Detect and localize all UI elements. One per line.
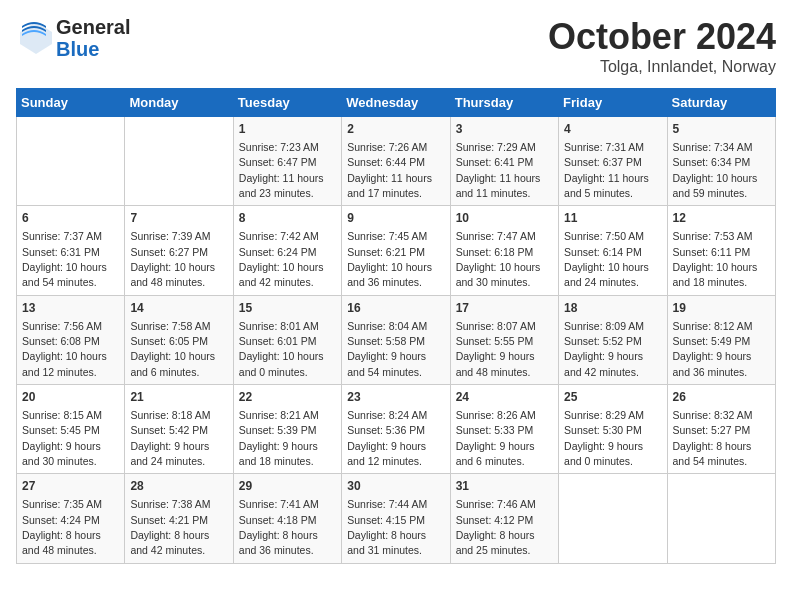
sunrise: Sunrise: 7:46 AM [456, 498, 536, 510]
day-number: 30 [347, 478, 444, 495]
sunrise: Sunrise: 7:26 AM [347, 141, 427, 153]
day-number: 19 [673, 300, 770, 317]
page-header: General Blue October 2024 Tolga, Innland… [16, 16, 776, 76]
daylight: Daylight: 8 hours and 36 minutes. [239, 529, 318, 556]
sunset: Sunset: 6:14 PM [564, 246, 642, 258]
week-row-5: 27 Sunrise: 7:35 AM Sunset: 4:24 PM Dayl… [17, 474, 776, 563]
daylight: Daylight: 9 hours and 42 minutes. [564, 350, 643, 377]
sunset: Sunset: 6:34 PM [673, 156, 751, 168]
sunrise: Sunrise: 7:47 AM [456, 230, 536, 242]
daylight: Daylight: 9 hours and 12 minutes. [347, 440, 426, 467]
sunset: Sunset: 4:12 PM [456, 514, 534, 526]
sunrise: Sunrise: 8:24 AM [347, 409, 427, 421]
header-cell-wednesday: Wednesday [342, 89, 450, 117]
sunrise: Sunrise: 7:39 AM [130, 230, 210, 242]
day-cell: 7 Sunrise: 7:39 AM Sunset: 6:27 PM Dayli… [125, 206, 233, 295]
sunrise: Sunrise: 7:44 AM [347, 498, 427, 510]
sunrise: Sunrise: 7:53 AM [673, 230, 753, 242]
day-number: 4 [564, 121, 661, 138]
sunset: Sunset: 6:41 PM [456, 156, 534, 168]
day-number: 24 [456, 389, 553, 406]
day-cell: 17 Sunrise: 8:07 AM Sunset: 5:55 PM Dayl… [450, 295, 558, 384]
sunrise: Sunrise: 8:18 AM [130, 409, 210, 421]
day-cell: 24 Sunrise: 8:26 AM Sunset: 5:33 PM Dayl… [450, 385, 558, 474]
day-number: 10 [456, 210, 553, 227]
sunset: Sunset: 5:45 PM [22, 424, 100, 436]
sunrise: Sunrise: 8:07 AM [456, 320, 536, 332]
sunrise: Sunrise: 7:34 AM [673, 141, 753, 153]
day-cell: 31 Sunrise: 7:46 AM Sunset: 4:12 PM Dayl… [450, 474, 558, 563]
day-number: 29 [239, 478, 336, 495]
day-cell: 19 Sunrise: 8:12 AM Sunset: 5:49 PM Dayl… [667, 295, 775, 384]
sunset: Sunset: 6:05 PM [130, 335, 208, 347]
sunset: Sunset: 6:31 PM [22, 246, 100, 258]
day-number: 20 [22, 389, 119, 406]
day-cell: 27 Sunrise: 7:35 AM Sunset: 4:24 PM Dayl… [17, 474, 125, 563]
sunset: Sunset: 6:18 PM [456, 246, 534, 258]
sunrise: Sunrise: 8:32 AM [673, 409, 753, 421]
daylight: Daylight: 11 hours and 23 minutes. [239, 172, 324, 199]
header-cell-saturday: Saturday [667, 89, 775, 117]
day-cell: 9 Sunrise: 7:45 AM Sunset: 6:21 PM Dayli… [342, 206, 450, 295]
sunset: Sunset: 5:58 PM [347, 335, 425, 347]
calendar-subtitle: Tolga, Innlandet, Norway [548, 58, 776, 76]
day-number: 18 [564, 300, 661, 317]
sunset: Sunset: 5:42 PM [130, 424, 208, 436]
day-cell [125, 117, 233, 206]
day-number: 5 [673, 121, 770, 138]
daylight: Daylight: 10 hours and 48 minutes. [130, 261, 215, 288]
sunrise: Sunrise: 8:21 AM [239, 409, 319, 421]
daylight: Daylight: 10 hours and 42 minutes. [239, 261, 324, 288]
day-cell: 23 Sunrise: 8:24 AM Sunset: 5:36 PM Dayl… [342, 385, 450, 474]
day-cell: 20 Sunrise: 8:15 AM Sunset: 5:45 PM Dayl… [17, 385, 125, 474]
day-cell: 2 Sunrise: 7:26 AM Sunset: 6:44 PM Dayli… [342, 117, 450, 206]
day-cell: 11 Sunrise: 7:50 AM Sunset: 6:14 PM Dayl… [559, 206, 667, 295]
day-cell: 18 Sunrise: 8:09 AM Sunset: 5:52 PM Dayl… [559, 295, 667, 384]
sunrise: Sunrise: 7:50 AM [564, 230, 644, 242]
day-number: 1 [239, 121, 336, 138]
sunrise: Sunrise: 7:29 AM [456, 141, 536, 153]
daylight: Daylight: 10 hours and 0 minutes. [239, 350, 324, 377]
sunrise: Sunrise: 8:09 AM [564, 320, 644, 332]
daylight: Daylight: 9 hours and 30 minutes. [22, 440, 101, 467]
day-number: 7 [130, 210, 227, 227]
day-number: 8 [239, 210, 336, 227]
sunset: Sunset: 6:21 PM [347, 246, 425, 258]
calendar-body: 1 Sunrise: 7:23 AM Sunset: 6:47 PM Dayli… [17, 117, 776, 564]
sunset: Sunset: 6:24 PM [239, 246, 317, 258]
sunrise: Sunrise: 7:42 AM [239, 230, 319, 242]
sunrise: Sunrise: 7:38 AM [130, 498, 210, 510]
day-cell: 26 Sunrise: 8:32 AM Sunset: 5:27 PM Dayl… [667, 385, 775, 474]
daylight: Daylight: 9 hours and 48 minutes. [456, 350, 535, 377]
day-cell: 4 Sunrise: 7:31 AM Sunset: 6:37 PM Dayli… [559, 117, 667, 206]
daylight: Daylight: 10 hours and 18 minutes. [673, 261, 758, 288]
day-number: 26 [673, 389, 770, 406]
day-number: 17 [456, 300, 553, 317]
sunrise: Sunrise: 8:01 AM [239, 320, 319, 332]
day-number: 2 [347, 121, 444, 138]
day-number: 23 [347, 389, 444, 406]
logo-icon [16, 18, 52, 58]
sunrise: Sunrise: 7:41 AM [239, 498, 319, 510]
sunrise: Sunrise: 8:04 AM [347, 320, 427, 332]
logo-subtext: Blue [56, 38, 130, 60]
day-number: 25 [564, 389, 661, 406]
calendar-title: October 2024 [548, 16, 776, 58]
sunset: Sunset: 5:27 PM [673, 424, 751, 436]
logo: General Blue [16, 16, 130, 60]
day-number: 12 [673, 210, 770, 227]
sunset: Sunset: 5:30 PM [564, 424, 642, 436]
sunrise: Sunrise: 7:23 AM [239, 141, 319, 153]
sunrise: Sunrise: 7:37 AM [22, 230, 102, 242]
day-number: 21 [130, 389, 227, 406]
daylight: Daylight: 9 hours and 24 minutes. [130, 440, 209, 467]
day-cell: 25 Sunrise: 8:29 AM Sunset: 5:30 PM Dayl… [559, 385, 667, 474]
day-cell: 3 Sunrise: 7:29 AM Sunset: 6:41 PM Dayli… [450, 117, 558, 206]
sunset: Sunset: 5:55 PM [456, 335, 534, 347]
day-cell: 12 Sunrise: 7:53 AM Sunset: 6:11 PM Dayl… [667, 206, 775, 295]
sunrise: Sunrise: 8:15 AM [22, 409, 102, 421]
daylight: Daylight: 10 hours and 54 minutes. [22, 261, 107, 288]
week-row-1: 1 Sunrise: 7:23 AM Sunset: 6:47 PM Dayli… [17, 117, 776, 206]
sunrise: Sunrise: 7:58 AM [130, 320, 210, 332]
calendar-header: SundayMondayTuesdayWednesdayThursdayFrid… [17, 89, 776, 117]
